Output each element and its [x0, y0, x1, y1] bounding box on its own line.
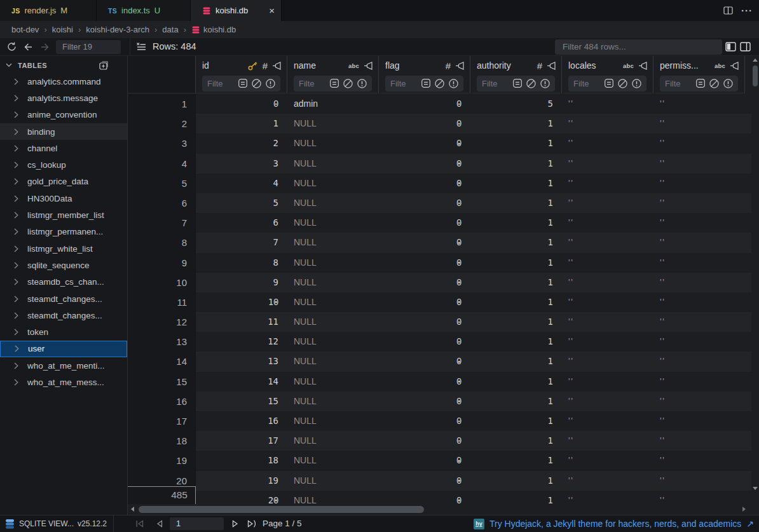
breadcrumb-item[interactable]: koishi-dev-3-arch [86, 25, 149, 34]
cell-flag[interactable]: 0 [379, 174, 470, 193]
cell-authority[interactable]: 1 [470, 193, 562, 213]
cell-locales[interactable]: '' [562, 351, 653, 371]
breadcrumb-item[interactable]: bot-dev [11, 25, 39, 34]
breadcrumb-item[interactable]: koishi [52, 25, 73, 34]
cell-permiss[interactable]: '' [653, 372, 745, 392]
cell-permiss[interactable]: '' [653, 351, 745, 371]
cell-flag[interactable]: 0 [379, 491, 470, 504]
table-row[interactable]: 1312NULL01'''' [128, 332, 751, 351]
cell-name[interactable]: NULL [287, 431, 379, 451]
cell-id[interactable]: 17 [196, 431, 287, 451]
cell-id[interactable]: 10 [196, 292, 287, 312]
cell-flag[interactable]: 0 [379, 411, 470, 431]
table-row[interactable]: 21NULL01'''' [128, 114, 751, 133]
cell-authority[interactable]: 1 [470, 154, 562, 174]
cell-flag[interactable]: 0 [379, 233, 470, 252]
sidebar-item-channel[interactable]: channel [0, 140, 127, 156]
filter-not-icon[interactable] [343, 78, 353, 89]
cell-name[interactable]: NULL [287, 193, 379, 213]
cell-id[interactable]: 16 [196, 411, 287, 431]
cell-flag[interactable]: 0 [379, 351, 470, 371]
scroll-down-arrow[interactable] [753, 487, 758, 490]
sidebar-item-cs-lookup[interactable]: cs_lookup [0, 156, 127, 173]
cell-authority[interactable]: 1 [470, 431, 562, 451]
vertical-scrollbar[interactable] [751, 56, 759, 504]
cell-permiss[interactable]: '' [653, 332, 745, 351]
cell-authority[interactable]: 1 [470, 332, 562, 351]
filter-equals-icon[interactable] [695, 78, 706, 89]
table-row[interactable]: 2019NULL01'''' [128, 471, 751, 491]
cell-locales[interactable]: '' [562, 411, 653, 431]
sidebar-item-binding[interactable]: binding [0, 123, 127, 140]
sidebar-item-steamdt-changes-[interactable]: steamdt_changes... [0, 307, 127, 324]
cell-flag[interactable]: 0 [379, 213, 470, 233]
cell-locales[interactable]: '' [562, 471, 653, 491]
filter-notnull-icon[interactable] [265, 78, 276, 89]
sidebar-item-who-at-me-menti-[interactable]: who_at_me_menti... [0, 357, 127, 374]
filter-equals-icon[interactable] [512, 78, 523, 89]
cell-locales[interactable]: '' [562, 114, 653, 133]
table-row[interactable]: 1413NULL01'''' [128, 351, 751, 371]
cell-locales[interactable]: '' [562, 94, 653, 114]
cell-name[interactable]: NULL [287, 213, 379, 233]
cell-locales[interactable]: '' [562, 233, 653, 252]
cell-flag[interactable]: 0 [379, 273, 470, 292]
cell-authority[interactable]: 1 [470, 292, 562, 312]
cell-name[interactable]: NULL [287, 133, 379, 153]
cell-locales[interactable]: '' [562, 154, 653, 174]
cell-id[interactable]: 5 [196, 193, 287, 213]
cell-permiss[interactable]: '' [653, 114, 745, 133]
close-icon[interactable]: × [269, 6, 275, 15]
cell-authority[interactable]: 1 [470, 351, 562, 371]
cell-authority[interactable]: 1 [470, 471, 562, 491]
sidebar-item-steamdb-cs-chan-[interactable]: steamdb_cs_chan... [0, 274, 127, 290]
scroll-up-arrow[interactable] [753, 58, 758, 62]
horizontal-scrollbar-thumb[interactable] [139, 506, 424, 513]
column-filter-input[interactable]: Filte [202, 76, 280, 92]
cell-locales[interactable]: '' [562, 392, 653, 411]
column-header-authority[interactable]: authority#Filte [470, 56, 562, 93]
filter-equals-icon[interactable] [329, 78, 339, 89]
cell-name[interactable]: NULL [287, 273, 379, 292]
table-row[interactable]: 10admin05'''' [128, 94, 751, 114]
cell-permiss[interactable]: '' [653, 133, 745, 153]
column-header-permiss[interactable]: permiss...abcFilte [653, 56, 745, 93]
promo-link[interactable]: hy Try Hydejack, a Jekyll theme for hack… [474, 515, 754, 532]
filter-notnull-icon[interactable] [357, 78, 367, 89]
sidebar-item-listmgr-white-list[interactable]: listmgr_white_list [0, 240, 127, 257]
cell-authority[interactable]: 1 [470, 392, 562, 411]
column-filter-input[interactable]: Filte [477, 76, 555, 92]
filter-not-icon[interactable] [526, 78, 537, 89]
cell-flag[interactable]: 0 [379, 94, 470, 114]
cell-name[interactable]: NULL [287, 312, 379, 332]
cell-name[interactable]: admin [287, 94, 379, 114]
filter-notnull-icon[interactable] [448, 78, 459, 89]
cell-flag[interactable]: 0 [379, 253, 470, 273]
pin-column-icon[interactable] [272, 62, 282, 70]
cell-flag[interactable]: 0 [379, 154, 470, 174]
filter-equals-icon[interactable] [238, 78, 248, 89]
cell-name[interactable]: NULL [287, 253, 379, 273]
cell-flag[interactable]: 0 [379, 193, 470, 213]
cell-permiss[interactable]: '' [653, 233, 745, 252]
cell-locales[interactable]: '' [562, 133, 653, 153]
cell-id[interactable]: 11 [196, 312, 287, 332]
cell-name[interactable]: NULL [287, 332, 379, 351]
cell-locales[interactable]: '' [562, 292, 653, 312]
cell-authority[interactable]: 1 [470, 372, 562, 392]
sidebar-item-gold-price-data[interactable]: gold_price_data [0, 174, 127, 190]
cell-id[interactable]: 13 [196, 351, 287, 371]
pin-column-icon[interactable] [455, 62, 465, 70]
cell-authority[interactable]: 1 [470, 491, 562, 504]
cell-id[interactable]: 12 [196, 332, 287, 351]
cell-id[interactable]: 1 [196, 114, 287, 133]
cell-permiss[interactable]: '' [653, 94, 745, 114]
cell-flag[interactable]: 0 [379, 114, 470, 133]
table-row[interactable]: 87NULL01'''' [128, 233, 751, 252]
sidebar-item-hn300data[interactable]: HN300Data [0, 190, 127, 207]
cell-locales[interactable]: '' [562, 312, 653, 332]
sidebar-item-user[interactable]: user [0, 341, 127, 357]
cell-id[interactable]: 14 [196, 372, 287, 392]
cell-id[interactable]: 3 [196, 154, 287, 174]
tab-render-js[interactable]: JS render.js M [0, 0, 97, 21]
